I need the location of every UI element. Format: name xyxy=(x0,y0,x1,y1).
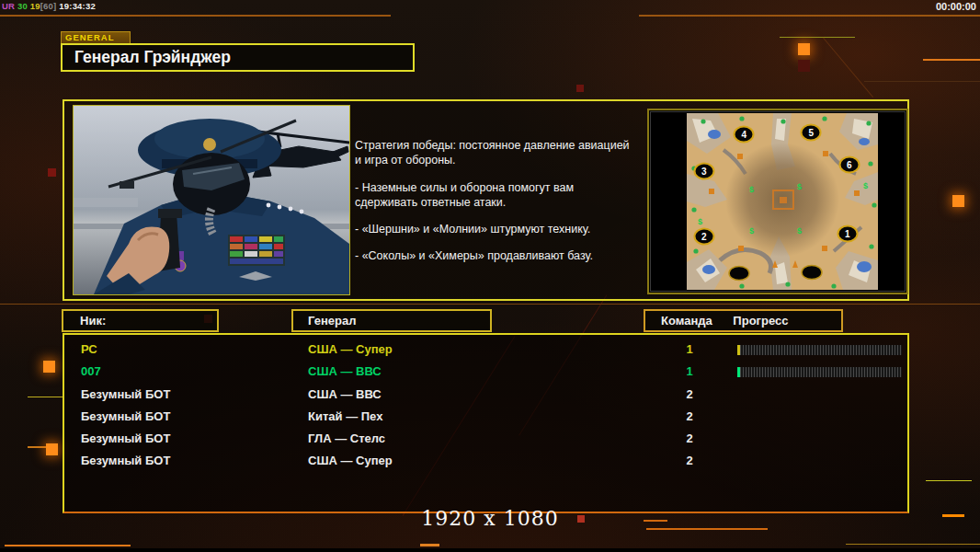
player-progress-bar xyxy=(737,367,902,377)
column-header-progress: Прогресс xyxy=(733,311,788,330)
column-header-team-progress: Команда Прогресс xyxy=(644,309,843,332)
player-general: Китай — Пех xyxy=(308,409,382,423)
gentool-part: UR xyxy=(2,1,17,11)
player-general: США — Супер xyxy=(308,454,393,467)
gentool-overlay: UR 30 19[60] 19:34:32 xyxy=(2,1,96,11)
briefing-paragraph: - «Шершни» и «Молнии» штурмуют технику. xyxy=(355,222,651,236)
map-start-position: 3 xyxy=(693,163,714,180)
general-info-panel: Стратегия победы: постоянное давление ав… xyxy=(63,99,909,301)
player-team: 2 xyxy=(645,387,734,401)
bottom-bar xyxy=(0,548,980,552)
map-start-position: 4 xyxy=(734,126,755,144)
map-start-position: 1 xyxy=(837,224,858,242)
ribbon-rack xyxy=(228,235,285,266)
map-start-position: 2 xyxy=(693,228,714,246)
page-title: Генерал Грэйнджер xyxy=(61,43,415,72)
briefing-paragraph: - Наземные силы и оборона помогут вам сд… xyxy=(355,180,651,211)
gentool-part: 30 xyxy=(17,1,30,11)
map-start-position: 6 xyxy=(838,155,860,173)
player-team: 1 xyxy=(645,364,734,378)
player-general: США — ВВС xyxy=(308,387,382,401)
map-markers: 453621 xyxy=(687,113,878,290)
player-general: США — Супер xyxy=(308,342,393,356)
column-header-nick: Ник: xyxy=(62,309,219,332)
general-portrait xyxy=(73,105,350,295)
player-nick: РС xyxy=(81,342,97,356)
map-terrain: $$ $$ $$ 453621 xyxy=(687,113,878,290)
player-nick: 007 xyxy=(81,364,101,378)
player-row: 007США — ВВС1 xyxy=(64,362,907,384)
map-preview: $$ $$ $$ 453621 xyxy=(647,109,908,294)
player-general: США — ВВС xyxy=(308,364,382,378)
player-nick: Безумный БОТ xyxy=(81,431,170,445)
column-header-general: Генерал xyxy=(291,309,492,332)
briefing-paragraph: Стратегия победы: постоянное давление ав… xyxy=(355,138,651,168)
match-timer: 00:00:00 xyxy=(936,1,976,12)
player-nick: Безумный БОТ xyxy=(81,387,170,401)
player-team: 1 xyxy=(645,342,734,356)
player-row: Безумный БОТКитай — Пех2 xyxy=(64,407,907,429)
player-row: Безумный БОТГЛА — Стелс2 xyxy=(64,429,907,451)
player-rows: РССША — Супер1007США — ВВС1Безумный БОТС… xyxy=(64,339,907,474)
resolution-label: 1920 x 1080 xyxy=(421,507,558,530)
player-general: ГЛА — Стелс xyxy=(308,431,385,445)
briefing-paragraph: - «Соколы» и «Химеры» продавливают базу. xyxy=(355,248,651,263)
player-table: РССША — Супер1007США — ВВС1Безумный БОТС… xyxy=(63,333,909,513)
map-start-position: 5 xyxy=(801,124,822,142)
column-header-team: Команда xyxy=(661,311,712,330)
player-row: РССША — Супер1 xyxy=(64,339,907,362)
portrait-art xyxy=(74,106,349,294)
gentool-part: 19:34:32 xyxy=(59,1,96,11)
gentool-part: [60] xyxy=(40,1,60,11)
player-row: Безумный БОТСША — ВВС2 xyxy=(64,385,907,407)
player-progress-bar xyxy=(737,345,902,355)
player-team: 2 xyxy=(645,431,734,445)
player-nick: Безумный БОТ xyxy=(81,454,170,467)
player-team: 2 xyxy=(645,409,734,423)
player-nick: Безумный БОТ xyxy=(81,409,170,423)
gentool-part: 19 xyxy=(30,1,40,11)
briefing-text: Стратегия победы: постоянное давление ав… xyxy=(355,138,651,276)
player-team: 2 xyxy=(645,454,734,467)
player-row: Безумный БОТСША — Супер2 xyxy=(64,451,907,473)
